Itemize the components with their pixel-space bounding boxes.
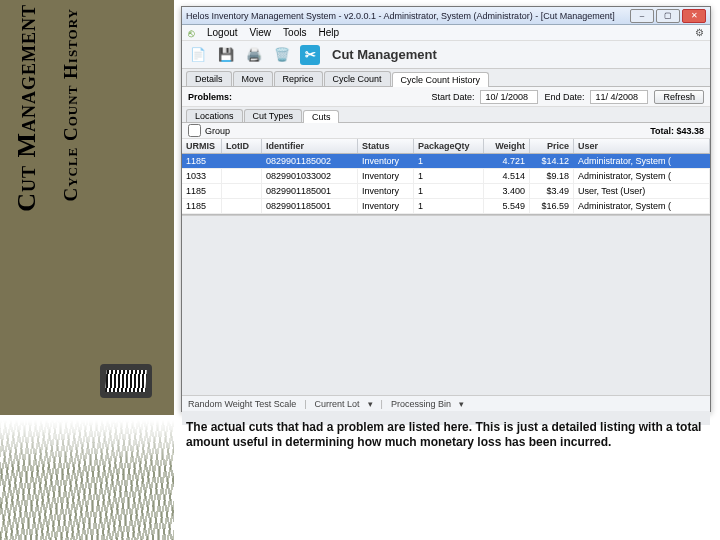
- gear-icon[interactable]: ⚙: [695, 27, 704, 38]
- cell: [222, 169, 262, 183]
- chevron-down-icon[interactable]: ▾: [368, 399, 373, 409]
- group-label: Group: [205, 126, 230, 136]
- title-bar: Helos Inventory Management System - v2.0…: [182, 7, 710, 25]
- table-row[interactable]: 11850829901185002Inventory14.721$14.12Ad…: [182, 154, 710, 169]
- tab-details[interactable]: Details: [186, 71, 232, 86]
- menu-view[interactable]: View: [250, 27, 272, 38]
- cell: 3.400: [484, 184, 530, 198]
- cell: Inventory: [358, 154, 414, 168]
- problems-label: Problems:: [188, 92, 232, 102]
- column-header-identifier[interactable]: Identifier: [262, 139, 358, 153]
- cell: $3.49: [530, 184, 574, 198]
- cell: 0829901185001: [262, 184, 358, 198]
- data-grid: URMISLotIDIdentifierStatusPackageQtyWeig…: [182, 139, 710, 215]
- subtab-cut-types[interactable]: Cut Types: [244, 109, 302, 122]
- status-bar: Random Weight Test Scale | Current Lot ▾…: [182, 395, 710, 411]
- sub-tabs: LocationsCut TypesCuts: [182, 107, 710, 123]
- grid-empty-area: [182, 215, 710, 425]
- delete-icon[interactable]: 🗑️: [272, 45, 292, 65]
- cell: 0829901185002: [262, 154, 358, 168]
- toolbar: 📄 💾 🖨️ 🗑️ ✂ Cut Management: [182, 41, 710, 69]
- column-header-weight[interactable]: Weight: [484, 139, 530, 153]
- close-button[interactable]: ✕: [682, 9, 706, 23]
- cell: 1185: [182, 184, 222, 198]
- sidebar-title-sub: Cycle Count History: [60, 8, 82, 202]
- cell: Administrator, System (: [574, 169, 710, 183]
- column-header-status[interactable]: Status: [358, 139, 414, 153]
- barcode-icon: [100, 364, 152, 402]
- status-lot[interactable]: Current Lot: [315, 399, 360, 409]
- print-icon[interactable]: 🖨️: [244, 45, 264, 65]
- cell: 1: [414, 199, 484, 213]
- cell: 1185: [182, 154, 222, 168]
- presentation-sidebar: Cut Management Cycle Count History: [0, 0, 174, 415]
- save-icon[interactable]: 💾: [216, 45, 236, 65]
- cell: 5.549: [484, 199, 530, 213]
- menu-logout[interactable]: Logout: [207, 27, 238, 38]
- column-header-packageqty[interactable]: PackageQty: [414, 139, 484, 153]
- cell: 0829901185001: [262, 199, 358, 213]
- column-header-user[interactable]: User: [574, 139, 710, 153]
- start-date-label: Start Date:: [431, 92, 474, 102]
- tab-cycle-count-history[interactable]: Cycle Count History: [392, 72, 490, 87]
- total-label: Total: $43.38: [650, 126, 704, 136]
- status-scale[interactable]: Random Weight Test Scale: [188, 399, 296, 409]
- cell: Inventory: [358, 199, 414, 213]
- main-tabs: DetailsMoveRepriceCycle CountCycle Count…: [182, 69, 710, 87]
- cell: Administrator, System (: [574, 199, 710, 213]
- tab-move[interactable]: Move: [233, 71, 273, 86]
- group-checkbox[interactable]: [188, 124, 201, 137]
- logout-icon: ⎋: [188, 27, 195, 39]
- cell: [222, 199, 262, 213]
- cell: Administrator, System (: [574, 154, 710, 168]
- minimize-button[interactable]: –: [630, 9, 654, 23]
- grid-body[interactable]: 11850829901185002Inventory14.721$14.12Ad…: [182, 154, 710, 214]
- sidebar-title-main: Cut Management: [12, 4, 42, 212]
- menu-help[interactable]: Help: [318, 27, 339, 38]
- cell: 0829901033002: [262, 169, 358, 183]
- cell: Inventory: [358, 184, 414, 198]
- cell: 1185: [182, 199, 222, 213]
- cell: 4.721: [484, 154, 530, 168]
- menu-bar: ⎋ Logout View Tools Help ⚙: [182, 25, 710, 41]
- tab-reprice[interactable]: Reprice: [274, 71, 323, 86]
- end-date-label: End Date:: [544, 92, 584, 102]
- cell: $16.59: [530, 199, 574, 213]
- app-window: Helos Inventory Management System - v2.0…: [181, 6, 711, 412]
- slide-caption: The actual cuts that had a problem are l…: [186, 420, 702, 450]
- cell: $9.18: [530, 169, 574, 183]
- table-row[interactable]: 11850829901185001Inventory13.400$3.49Use…: [182, 184, 710, 199]
- grid-header: URMISLotIDIdentifierStatusPackageQtyWeig…: [182, 139, 710, 154]
- group-row: Group Total: $43.38: [182, 123, 710, 139]
- menu-tools[interactable]: Tools: [283, 27, 306, 38]
- column-header-price[interactable]: Price: [530, 139, 574, 153]
- column-header-urmis[interactable]: URMIS: [182, 139, 222, 153]
- cell: Inventory: [358, 169, 414, 183]
- module-icon: ✂: [300, 45, 320, 65]
- chevron-down-icon[interactable]: ▾: [459, 399, 464, 409]
- cell: [222, 154, 262, 168]
- refresh-button[interactable]: Refresh: [654, 90, 704, 104]
- window-title: Helos Inventory Management System - v2.0…: [186, 11, 615, 21]
- maximize-button[interactable]: ▢: [656, 9, 680, 23]
- column-header-lotid[interactable]: LotID: [222, 139, 262, 153]
- tab-cycle-count[interactable]: Cycle Count: [324, 71, 391, 86]
- cell: $14.12: [530, 154, 574, 168]
- cell: 1: [414, 154, 484, 168]
- cell: 4.514: [484, 169, 530, 183]
- section-title: Cut Management: [332, 47, 437, 62]
- cell: User, Test (User): [574, 184, 710, 198]
- end-date-field[interactable]: 11/ 4/2008: [590, 90, 648, 104]
- subtab-locations[interactable]: Locations: [186, 109, 243, 122]
- status-bin[interactable]: Processing Bin: [391, 399, 451, 409]
- problems-bar: Problems: Start Date: 10/ 1/2008 End Dat…: [182, 87, 710, 107]
- new-icon[interactable]: 📄: [188, 45, 208, 65]
- start-date-field[interactable]: 10/ 1/2008: [480, 90, 538, 104]
- cell: 1033: [182, 169, 222, 183]
- cell: 1: [414, 184, 484, 198]
- subtab-cuts[interactable]: Cuts: [303, 110, 340, 123]
- cell: 1: [414, 169, 484, 183]
- table-row[interactable]: 11850829901185001Inventory15.549$16.59Ad…: [182, 199, 710, 214]
- table-row[interactable]: 10330829901033002Inventory14.514$9.18Adm…: [182, 169, 710, 184]
- decorative-grass: [0, 420, 174, 540]
